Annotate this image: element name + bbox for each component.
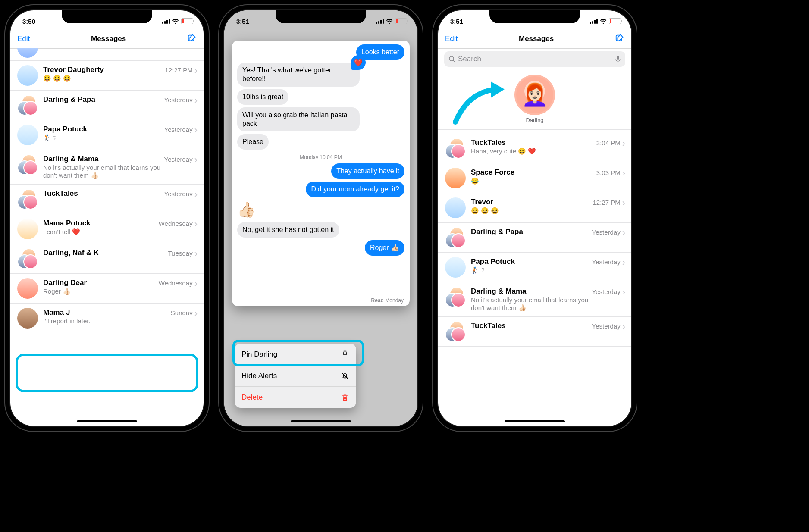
edit-button[interactable]: Edit <box>17 34 30 43</box>
conversation-row[interactable]: TuckTalesYesterday› <box>10 185 204 214</box>
contact-name: Trevor <box>471 198 593 207</box>
contact-avatar <box>445 168 466 188</box>
message-bubble: Did your mom already get it? <box>306 182 404 197</box>
status-time: 3:51 <box>450 18 463 25</box>
nav-title: Messages <box>91 34 126 43</box>
contact-avatar <box>445 197 466 218</box>
conversation-row[interactable]: Darling & MamaNo it's actually your emai… <box>10 150 204 185</box>
conversation-row[interactable]: Darling, Naf & KTuesday› <box>10 244 204 274</box>
message-preview: Roger 👍🏻 <box>43 288 159 296</box>
contact-name: Darling & Mama <box>43 155 164 163</box>
battery-low-icon <box>609 18 621 24</box>
pin-icon <box>341 350 349 359</box>
edit-button[interactable]: Edit <box>445 34 458 43</box>
conversation-preview-card[interactable]: Looks better Yes! That's what we've gott… <box>232 41 410 306</box>
pinned-contact[interactable]: 👩🏻‍🦰 Darling <box>514 75 555 123</box>
timestamp: Wednesday <box>159 279 193 287</box>
nav-bar: Edit Messages <box>438 29 631 49</box>
trash-icon <box>341 393 349 402</box>
message-preview: No it's actually your email that learns … <box>471 296 592 313</box>
compose-icon <box>615 33 624 43</box>
message-preview: 🏌️ ? <box>43 134 164 142</box>
home-indicator[interactable] <box>291 420 351 422</box>
conversation-row[interactable]: Mama JI'll report in later.Sunday› <box>10 304 204 333</box>
timestamp: Yesterday <box>592 322 621 330</box>
message-bubble: Yes! That's what we've gotten before!! <box>237 63 360 87</box>
message-bubble: 10lbs is great <box>237 89 288 105</box>
message-preview: I can't tell ❤️ <box>43 228 159 236</box>
group-avatar <box>17 248 38 269</box>
contact-name: Darling & Papa <box>43 95 164 104</box>
contact-name: Darling, Naf & K <box>43 249 168 257</box>
conversation-row[interactable]: Trevor Daugherty😆 😆 😆12:27 PM› <box>10 61 204 91</box>
timestamp: Yesterday <box>164 156 193 163</box>
timestamp: Sunday <box>171 309 193 316</box>
home-indicator[interactable] <box>77 420 137 422</box>
notch <box>62 10 152 23</box>
svg-rect-3 <box>617 56 619 60</box>
status-time: 3:50 <box>22 18 35 25</box>
group-avatar <box>445 138 466 159</box>
conversation-row[interactable]: Papa Potuck🏌️ ?Yesterday› <box>10 120 204 150</box>
chevron-right-icon: › <box>194 309 198 318</box>
timestamp: Yesterday <box>164 190 193 197</box>
contact-name: Papa Potuck <box>471 257 592 266</box>
nav-bar: Edit Messages <box>10 29 204 49</box>
compose-button[interactable] <box>615 33 624 44</box>
timestamp: 12:27 PM <box>165 66 192 74</box>
search-field[interactable]: Search <box>444 51 625 67</box>
menu-label: Pin Darling <box>241 350 277 359</box>
message-preview: Haha, very cute 😄 ❤️ <box>471 147 596 156</box>
timestamp: Wednesday <box>159 220 193 227</box>
compose-button[interactable] <box>187 33 197 44</box>
pin-menu-item[interactable]: Pin Darling <box>235 344 356 365</box>
hide-alerts-menu-item[interactable]: Hide Alerts <box>235 365 356 387</box>
conversation-row[interactable]: Darling & PapaYesterday› <box>10 91 204 120</box>
timestamp: Yesterday <box>164 126 193 133</box>
list-item[interactable] <box>10 48 204 61</box>
conversation-row[interactable]: Darling DearRoger 👍🏻Wednesday› <box>10 274 204 304</box>
timestamp: 12:27 PM <box>593 199 620 206</box>
timestamp: Monday 10:04 PM <box>237 154 404 160</box>
chevron-right-icon: › <box>194 66 198 75</box>
message-preview: 😆 😆 😆 <box>471 207 593 215</box>
group-avatar <box>17 154 38 175</box>
conversation-row[interactable]: Darling & MamaNo it's actually your emai… <box>438 282 631 317</box>
svg-point-2 <box>449 56 454 61</box>
contact-name: Mama J <box>43 308 171 317</box>
arrow-annotation <box>451 79 511 131</box>
wifi-icon <box>172 19 179 24</box>
status-time: 3:51 <box>236 18 249 25</box>
conversation-row[interactable]: Darling & PapaYesterday› <box>438 223 631 253</box>
conversation-row[interactable]: Space Force😂3:03 PM› <box>438 163 631 193</box>
conversation-row[interactable]: Papa Potuck🏌️ ?Yesterday› <box>438 253 631 282</box>
search-icon <box>448 56 455 63</box>
mic-icon[interactable] <box>615 55 621 63</box>
contact-name: Darling & Mama <box>471 287 592 296</box>
timestamp: Yesterday <box>164 96 193 103</box>
contact-avatar <box>445 257 466 278</box>
group-avatar <box>445 227 466 248</box>
home-indicator[interactable] <box>505 420 565 422</box>
conversation-row[interactable]: TuckTalesHaha, very cute 😄 ❤️3:04 PM› <box>438 134 631 163</box>
timestamp: 3:03 PM <box>596 169 621 176</box>
conversation-row[interactable]: Trevor😆 😆 😆12:27 PM› <box>438 193 631 223</box>
message-bubble: Please <box>237 134 269 150</box>
pinned-avatar: 👩🏻‍🦰 <box>514 75 555 115</box>
group-avatar <box>17 189 38 210</box>
conversation-row[interactable]: Mama PotuckI can't tell ❤️Wednesday› <box>10 214 204 244</box>
conversation-row[interactable]: TuckTalesYesterday› <box>438 317 631 347</box>
group-avatar <box>445 287 466 307</box>
compose-icon <box>187 33 197 43</box>
timestamp: Yesterday <box>592 288 621 295</box>
cellular-icon <box>590 19 598 24</box>
wifi-icon <box>600 19 607 24</box>
message-bubble: They actually have it <box>331 163 404 179</box>
contact-avatar <box>17 125 38 145</box>
delete-menu-item[interactable]: Delete <box>235 387 356 408</box>
message-bubble: No, get it she has not gotten it <box>237 222 339 238</box>
chevron-right-icon: › <box>622 139 625 148</box>
chevron-right-icon: › <box>194 125 198 135</box>
cellular-icon <box>162 19 170 24</box>
message-preview: I'll report in later. <box>43 317 171 325</box>
